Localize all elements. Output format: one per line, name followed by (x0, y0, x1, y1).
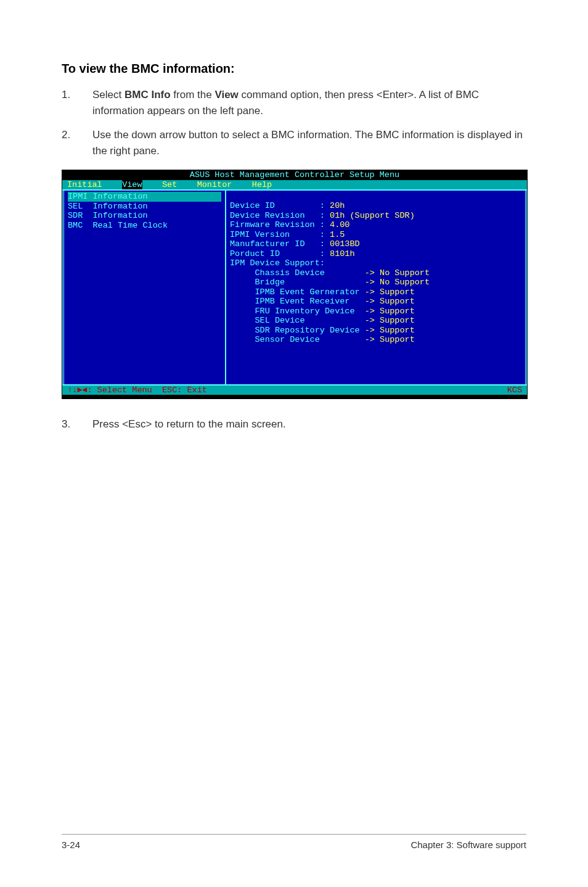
terminal-statusbar: ↑↓►◄: Select Menu ESC: Exit KCS (62, 386, 527, 395)
menu-ipmi-information[interactable]: IPMI Information (68, 192, 221, 202)
menu-sdr-information[interactable]: SDR Information (68, 211, 221, 221)
footer-chapter: Chapter 3: Software support (410, 840, 526, 850)
step-2-text: Use the down arrow button to select a BM… (92, 127, 526, 159)
step-1-text: Select BMC Info from the View command op… (92, 87, 526, 118)
step-1-number: 1. (62, 87, 92, 118)
menubar-view[interactable]: View (122, 180, 142, 189)
step-1: 1. Select BMC Info from the View command… (62, 87, 526, 118)
info-device-id: Device ID : 20h (230, 201, 521, 211)
section-heading: To view the BMC information: (62, 62, 526, 76)
step-3: 3. Press <Esc> to return to the main scr… (62, 416, 526, 432)
right-pane: Device ID : 20h Device Revision : 01h (S… (226, 191, 527, 384)
step-2-number: 2. (62, 127, 92, 159)
menubar-monitor[interactable]: Monitor (197, 180, 232, 189)
info-device-revision: Device Revision : 01h (Support SDR) (230, 211, 521, 221)
status-left: ↑↓►◄: Select Menu ESC: Exit (67, 386, 207, 395)
support-bridge: Bridge -> No Support (230, 278, 521, 287)
terminal-title: ASUS Host Management Controller Setup Me… (62, 170, 527, 180)
terminal-menubar: Initial View Set Monitor Help (62, 180, 527, 190)
left-pane: IPMI Information SEL Information SDR Inf… (62, 191, 226, 384)
info-product-id: Porduct ID : 8101h (230, 249, 521, 259)
step-3-text: Press <Esc> to return to the main screen… (92, 416, 526, 432)
support-chassis: Chassis Device -> No Support (230, 268, 521, 278)
support-ipmb-recv: IPMB Event Receiver -> Support (230, 297, 521, 307)
menu-bmc-rtc[interactable]: BMC Real Time Clock (68, 221, 221, 231)
status-right: KCS (507, 386, 522, 395)
step-3-number: 3. (62, 416, 92, 432)
info-firmware-revision: Firmware Revision : 4.00 (230, 220, 521, 230)
terminal-screenshot: ASUS Host Management Controller Setup Me… (62, 170, 526, 399)
support-sdr-repo: SDR Repository Device -> Support (230, 326, 521, 336)
info-manufacturer-id: Manufacturer ID : 0013BD (230, 239, 521, 249)
support-sel-dev: SEL Device -> Support (230, 316, 521, 326)
support-sensor: Sensor Device -> Support (230, 335, 521, 345)
support-ipmb-gen: IPMB Event Gernerator -> Support (230, 287, 521, 297)
info-support-header: IPM Device Support: (230, 258, 521, 268)
menubar-initial[interactable]: Initial (67, 180, 102, 189)
menubar-set[interactable]: Set (162, 180, 177, 189)
step-2: 2. Use the down arrow button to select a… (62, 127, 526, 159)
info-ipmi-version: IPMI Version : 1.5 (230, 230, 521, 240)
page-footer: 3-24 Chapter 3: Software support (62, 834, 526, 850)
menubar-help[interactable]: Help (252, 180, 272, 189)
support-fru: FRU Inventory Device -> Support (230, 307, 521, 316)
menu-sel-information[interactable]: SEL Information (68, 202, 221, 212)
footer-page-number: 3-24 (62, 840, 80, 850)
